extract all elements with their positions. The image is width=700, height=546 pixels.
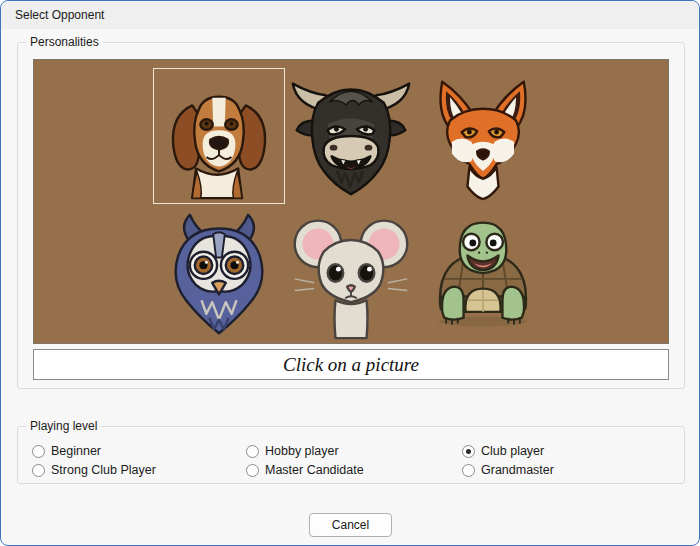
window-title: Select Opponent — [15, 1, 104, 29]
fox-image — [417, 68, 549, 204]
bull-image — [285, 68, 417, 204]
radio-label: Beginner — [51, 444, 101, 458]
hint-bar: Click on a picture — [33, 349, 669, 380]
personalities-panel — [33, 59, 669, 344]
radio-circle-icon — [246, 464, 259, 477]
radio-label: Club player — [481, 444, 544, 458]
turtle-image — [417, 208, 549, 342]
radio-circle-icon — [32, 445, 45, 458]
beagle-image — [154, 69, 284, 203]
radio-label: Grandmaster — [481, 463, 554, 477]
radio-label: Master Candidate — [265, 463, 364, 477]
select-opponent-dialog: Select Opponent Personalities — [0, 0, 700, 546]
radio-grandmaster[interactable]: Grandmaster — [462, 462, 554, 478]
personality-mouse[interactable] — [285, 208, 417, 342]
radio-circle-icon — [246, 445, 259, 458]
playing-level-groupbox: Playing level Beginner Strong Club Playe… — [17, 426, 685, 484]
radio-hobby-player[interactable]: Hobby player — [246, 443, 339, 459]
title-bar: Select Opponent — [1, 1, 699, 29]
radio-circle-icon — [462, 445, 475, 458]
personality-owl[interactable] — [153, 208, 285, 342]
personality-fox[interactable] — [417, 68, 549, 204]
radio-circle-icon — [32, 464, 45, 477]
personality-bull[interactable] — [285, 68, 417, 204]
radio-master-candidate[interactable]: Master Candidate — [246, 462, 364, 478]
radio-label: Strong Club Player — [51, 463, 156, 477]
personalities-label: Personalities — [26, 35, 103, 50]
personalities-groupbox: Personalities — [17, 42, 685, 389]
personality-beagle[interactable] — [153, 68, 285, 204]
mouse-image — [285, 208, 417, 342]
radio-label: Hobby player — [265, 444, 339, 458]
radio-club-player[interactable]: Club player — [462, 443, 544, 459]
radio-beginner[interactable]: Beginner — [32, 443, 101, 459]
personality-turtle[interactable] — [417, 208, 549, 342]
playing-level-label: Playing level — [26, 419, 101, 434]
owl-image — [153, 208, 285, 342]
radio-strong-club-player[interactable]: Strong Club Player — [32, 462, 156, 478]
cancel-button[interactable]: Cancel — [309, 513, 392, 537]
radio-circle-icon — [462, 464, 475, 477]
